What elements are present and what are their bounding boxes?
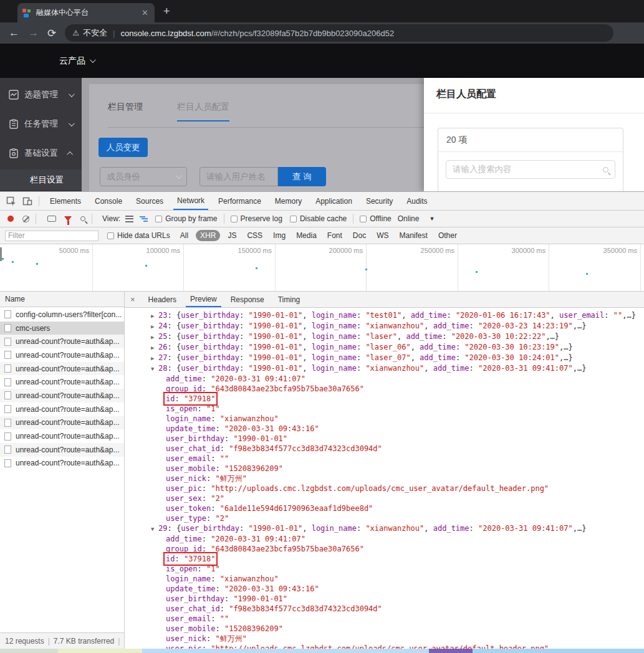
request-row[interactable]: unread-count?route=auth&ap... [0, 375, 124, 389]
not-secure-label[interactable]: 不安全 [83, 27, 107, 39]
network-overview-timeline[interactable]: 50000 ms100000 ms150000 ms200000 ms25000… [0, 244, 644, 292]
throttling-dropdown-icon[interactable]: ▼ [429, 216, 435, 222]
query-button[interactable]: 查 询 [278, 167, 326, 186]
json-string: "15208396209" [224, 464, 283, 473]
search-placeholder: 请输入搜索内容 [453, 164, 512, 175]
sidebar-item-task[interactable]: 任务管理 [0, 112, 82, 136]
filter-type-other[interactable]: Other [435, 230, 460, 241]
request-row[interactable]: unread-count?route=auth&ap... [0, 362, 124, 376]
json-punct: : { [167, 322, 181, 330]
json-key: login_name [312, 524, 357, 533]
filter-type-doc[interactable]: Doc [350, 230, 369, 241]
address-bar[interactable]: ⚠ 不安全 | console.cmc.lzgbdst.com/#/chzh/p… [65, 24, 613, 42]
capture-screenshots-icon[interactable] [47, 216, 56, 222]
request-row[interactable]: unread-count?route=auth&ap... [0, 348, 124, 362]
devtools-tab-memory[interactable]: Memory [271, 192, 305, 210]
devtools-tab-elements[interactable]: Elements [46, 192, 85, 210]
drawer-divider [424, 113, 644, 113]
back-button[interactable]: ← [9, 27, 19, 39]
request-row[interactable]: unread-count?route=auth&ap... [0, 429, 124, 443]
tab-close-icon[interactable]: ✕ [140, 8, 150, 17]
content-tab-1[interactable]: 栏目人员配置 [177, 102, 229, 122]
detail-tab-response[interactable]: Response [226, 292, 269, 307]
request-row[interactable]: unread-count?route=auth&ap... [0, 457, 124, 470]
expander-icon[interactable]: ▶ [151, 322, 158, 331]
request-row[interactable]: unread-count?route=auth&ap... [0, 403, 124, 416]
json-array-item: ▶27: {user_birthday: "1990-01-01", login… [125, 353, 644, 363]
json-punct: : [206, 474, 215, 483]
filter-type-xhr[interactable]: XHR [196, 230, 220, 241]
json-array-item: ▶25: {user_birthday: "1990-01-01", login… [125, 331, 644, 342]
member-role-select[interactable]: 成员身份 [100, 167, 187, 186]
detail-tab-timing[interactable]: Timing [274, 292, 305, 307]
filter-icon[interactable] [64, 216, 72, 221]
request-row[interactable]: unread-count?route=auth&ap... [0, 335, 124, 348]
devtools-tab-performance[interactable]: Performance [214, 192, 265, 210]
change-personnel-button[interactable]: 人员变更 [99, 138, 148, 157]
expander-icon[interactable]: ▼ [151, 524, 158, 534]
filter-type-css[interactable]: CSS [244, 230, 266, 241]
expander-icon[interactable]: ▼ [151, 364, 158, 374]
search-icon[interactable] [80, 216, 85, 221]
record-icon[interactable] [7, 216, 14, 222]
request-row[interactable]: config-column-users?filter[con... [0, 308, 124, 322]
json-punct: : [215, 424, 224, 433]
file-icon [4, 391, 11, 399]
request-list: config-column-users?filter[con...cmc-use… [0, 308, 124, 470]
json-string: "" [220, 614, 229, 623]
devtools-tab-console[interactable]: Console [91, 192, 126, 210]
inspect-element-icon[interactable] [6, 196, 16, 206]
devtools-tab-application[interactable]: Application [312, 192, 356, 210]
filter-input[interactable] [5, 231, 99, 241]
detail-tab-preview[interactable]: Preview [186, 292, 221, 307]
request-row[interactable]: unread-count?route=auth&ap... [0, 389, 124, 403]
offline-checkbox[interactable] [360, 216, 367, 222]
devtools-tab-sources[interactable]: Sources [132, 192, 167, 210]
sidebar-subitem-column[interactable]: 栏目设置 [0, 169, 82, 191]
expander-icon[interactable]: ▶ [151, 311, 158, 321]
clear-icon[interactable] [22, 216, 29, 222]
json-string: "xianwanzhou" [365, 524, 424, 533]
forward-button[interactable]: → [28, 27, 39, 39]
filter-type-font[interactable]: Font [324, 230, 345, 241]
expander-icon[interactable]: ▶ [151, 332, 158, 342]
hide-data-urls-checkbox[interactable] [107, 232, 114, 239]
network-status-bar: 12 requests|7.7 KB transferred|... [0, 632, 124, 649]
filter-type-manifest[interactable]: Manifest [396, 230, 431, 241]
content-tab-0[interactable]: 栏目管理 [108, 102, 143, 122]
devtools-tab-audits[interactable]: Audits [403, 192, 431, 210]
device-toolbar-icon[interactable] [22, 196, 32, 206]
name-column-header[interactable]: Name [0, 292, 124, 307]
json-property: add_time: "2020-03-31 09:41:07" [125, 534, 644, 544]
request-row[interactable]: cmc-users [0, 322, 124, 335]
throttling-select[interactable]: Online [398, 214, 420, 223]
product-menu[interactable]: 云产品 [59, 55, 94, 67]
json-property: group_id: "643d80843ae23bcfa95b75bae30a7… [125, 544, 644, 554]
sidebar-item-basic[interactable]: 基础设置 [0, 141, 82, 166]
expander-icon[interactable]: ▶ [151, 343, 158, 353]
waterfall-view-icon[interactable] [140, 216, 148, 222]
filter-type-all[interactable]: All [177, 230, 191, 241]
disable-cache-checkbox[interactable] [290, 216, 297, 222]
user-name-input[interactable]: 请输入用户姓名 [199, 167, 278, 186]
detail-tab-headers[interactable]: Headers [144, 292, 181, 307]
close-detail-icon[interactable]: × [130, 295, 135, 304]
preserve-log-checkbox[interactable] [231, 216, 238, 222]
filter-type-js[interactable]: JS [224, 230, 239, 241]
new-tab-button[interactable]: + [163, 5, 170, 17]
request-row[interactable]: unread-count?route=auth&ap... [0, 416, 124, 430]
member-search-input[interactable]: 请输入搜索内容 [446, 160, 615, 179]
list-view-icon[interactable] [125, 216, 133, 222]
expander-icon[interactable]: ▶ [151, 353, 158, 363]
group-by-frame-checkbox[interactable] [155, 216, 162, 222]
sidebar-item-topic[interactable]: 选题管理 [0, 82, 82, 107]
request-dot [2, 258, 4, 260]
browser-tab[interactable]: 融媒体中心平台 ✕ [17, 3, 155, 22]
filter-type-media[interactable]: Media [293, 230, 320, 241]
devtools-tab-network[interactable]: Network [173, 192, 208, 210]
reload-button[interactable]: ⟳ [47, 27, 56, 40]
filter-type-img[interactable]: Img [270, 230, 289, 241]
request-row[interactable]: unread-count?route=auth&ap... [0, 443, 124, 457]
filter-type-ws[interactable]: WS [373, 230, 392, 241]
devtools-tab-security[interactable]: Security [362, 192, 396, 210]
